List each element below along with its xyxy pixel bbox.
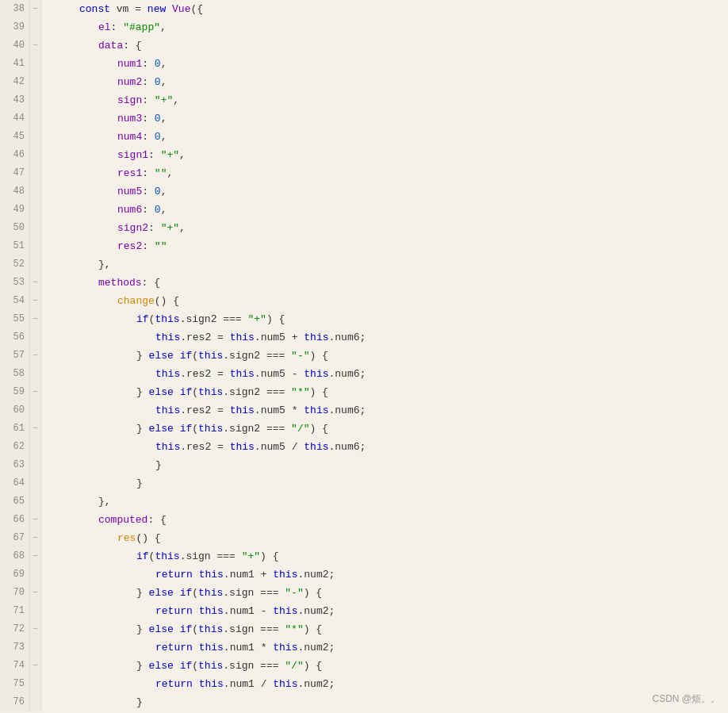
line-number: 42: [0, 73, 30, 91]
line-number: 43: [0, 91, 30, 109]
code-row: 42num2: 0,: [0, 73, 728, 91]
code-line-content: change() {: [41, 292, 728, 310]
fold-indicator: [30, 219, 41, 237]
code-row: 66−computed: {: [0, 511, 728, 529]
code-line-content: }: [41, 456, 728, 474]
line-number: 69: [0, 565, 30, 584]
code-row: 72−} else if(this.sign === "*") {: [0, 620, 728, 638]
fold-indicator: [30, 456, 41, 474]
fold-indicator[interactable]: −: [30, 420, 41, 438]
code-row: 52},: [0, 255, 728, 274]
fold-indicator: [30, 164, 41, 182]
line-number: 58: [0, 365, 30, 383]
line-number: 60: [0, 401, 30, 420]
fold-indicator[interactable]: −: [30, 292, 41, 310]
line-number: 76: [0, 693, 30, 711]
code-line-content: num2: 0,: [41, 73, 728, 91]
code-row: 49num6: 0,: [0, 201, 728, 219]
code-line-content: data: {: [41, 36, 728, 55]
line-number: 73: [0, 638, 30, 657]
fold-indicator[interactable]: −: [30, 657, 41, 675]
line-number: 71: [0, 602, 30, 620]
code-row: 55−if(this.sign2 === "+") {: [0, 310, 728, 328]
code-row: 50sign2: "+",: [0, 219, 728, 237]
fold-indicator: [30, 18, 41, 36]
fold-indicator[interactable]: −: [30, 36, 41, 55]
code-editor: 38−const vm = new Vue({39el: "#app",40−d…: [0, 0, 728, 713]
code-row: 57−} else if(this.sign2 === "-") {: [0, 347, 728, 365]
fold-indicator: [30, 493, 41, 511]
line-number: 75: [0, 675, 30, 693]
line-number: 70: [0, 584, 30, 602]
fold-indicator[interactable]: −: [30, 584, 41, 602]
fold-indicator: [30, 328, 41, 347]
code-table: 38−const vm = new Vue({39el: "#app",40−d…: [0, 0, 728, 711]
code-row: 40−data: {: [0, 36, 728, 55]
code-row: 46sign1: "+",: [0, 146, 728, 164]
code-line-content: return this.num1 * this.num2;: [41, 638, 728, 657]
code-row: 73return this.num1 * this.num2;: [0, 638, 728, 657]
line-number: 74: [0, 657, 30, 675]
fold-indicator: [30, 565, 41, 584]
fold-indicator[interactable]: −: [30, 274, 41, 292]
code-row: 56this.res2 = this.num5 + this.num6;: [0, 328, 728, 347]
code-line-content: } else if(this.sign2 === "*") {: [41, 383, 728, 401]
fold-indicator[interactable]: −: [30, 529, 41, 547]
code-line-content: },: [41, 255, 728, 274]
line-number: 64: [0, 474, 30, 493]
code-line-content: } else if(this.sign === "-") {: [41, 584, 728, 602]
code-row: 39el: "#app",: [0, 18, 728, 36]
code-line-content: this.res2 = this.num5 + this.num6;: [41, 328, 728, 347]
code-row: 38−const vm = new Vue({: [0, 0, 728, 18]
code-line-content: res() {: [41, 529, 728, 547]
fold-indicator[interactable]: −: [30, 547, 41, 565]
line-number: 66: [0, 511, 30, 529]
line-number: 41: [0, 55, 30, 73]
code-line-content: this.res2 = this.num5 * this.num6;: [41, 401, 728, 420]
code-row: 70−} else if(this.sign === "-") {: [0, 584, 728, 602]
line-number: 54: [0, 292, 30, 310]
code-line-content: const vm = new Vue({: [41, 0, 728, 18]
code-line-content: res1: "",: [41, 164, 728, 182]
fold-indicator: [30, 128, 41, 146]
fold-indicator[interactable]: −: [30, 511, 41, 529]
code-row: 48num5: 0,: [0, 182, 728, 201]
code-row: 51res2: "": [0, 237, 728, 255]
code-row: 74−} else if(this.sign === "/") {: [0, 657, 728, 675]
fold-indicator: [30, 365, 41, 383]
code-row: 59−} else if(this.sign2 === "*") {: [0, 383, 728, 401]
code-line-content: if(this.sign2 === "+") {: [41, 310, 728, 328]
watermark: CSDN @烦。。: [652, 690, 720, 708]
code-line-content: methods: {: [41, 274, 728, 292]
code-line-content: res2: "": [41, 237, 728, 255]
fold-indicator[interactable]: −: [30, 0, 41, 18]
code-line-content: } else if(this.sign2 === "-") {: [41, 347, 728, 365]
code-row: 60this.res2 = this.num5 * this.num6;: [0, 401, 728, 420]
code-line-content: },: [41, 493, 728, 511]
line-number: 51: [0, 237, 30, 255]
code-line-content: }: [41, 474, 728, 493]
fold-indicator: [30, 91, 41, 109]
fold-indicator[interactable]: −: [30, 347, 41, 365]
fold-indicator: [30, 638, 41, 657]
code-line-content: num6: 0,: [41, 201, 728, 219]
line-number: 57: [0, 347, 30, 365]
line-number: 38: [0, 0, 30, 18]
code-row: 76}: [0, 693, 728, 711]
code-row: 71return this.num1 - this.num2;: [0, 602, 728, 620]
line-number: 49: [0, 201, 30, 219]
fold-indicator: [30, 675, 41, 693]
fold-indicator: [30, 438, 41, 456]
line-number: 61: [0, 420, 30, 438]
line-number: 47: [0, 164, 30, 182]
code-line-content: sign1: "+",: [41, 146, 728, 164]
fold-indicator[interactable]: −: [30, 310, 41, 328]
code-line-content: } else if(this.sign === "*") {: [41, 620, 728, 638]
code-line-content: sign: "+",: [41, 91, 728, 109]
fold-indicator[interactable]: −: [30, 620, 41, 638]
line-number: 68: [0, 547, 30, 565]
line-number: 53: [0, 274, 30, 292]
line-number: 39: [0, 18, 30, 36]
fold-indicator[interactable]: −: [30, 383, 41, 401]
fold-indicator: [30, 255, 41, 274]
